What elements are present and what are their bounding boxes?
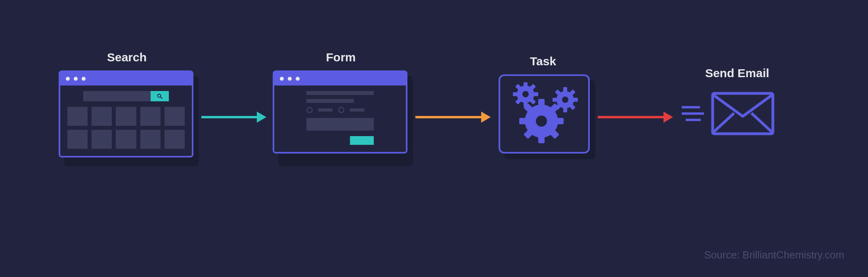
window-dot-icon xyxy=(280,77,284,81)
form-textarea-placeholder xyxy=(306,118,374,131)
send-email-icon-group xyxy=(682,92,774,135)
task-panel xyxy=(499,74,590,154)
arrow-search-to-form xyxy=(201,112,266,123)
form-line xyxy=(306,91,374,95)
radio-label-placeholder xyxy=(318,108,333,112)
result-tile xyxy=(92,130,112,149)
form-window xyxy=(273,70,407,154)
arrow-task-to-email xyxy=(598,112,673,123)
window-dot-icon xyxy=(288,77,292,81)
result-tile xyxy=(116,107,136,126)
result-tile xyxy=(140,130,161,149)
step-label-form: Form xyxy=(301,51,380,64)
search-window xyxy=(59,70,193,157)
svg-line-12 xyxy=(713,113,734,132)
search-button xyxy=(151,91,169,101)
magnifier-icon xyxy=(157,93,163,99)
arrow-form-to-task xyxy=(415,112,491,123)
svg-point-4 xyxy=(536,116,547,127)
result-tile xyxy=(140,107,161,126)
result-tile xyxy=(67,107,88,126)
result-tile xyxy=(67,130,88,149)
radio-icon xyxy=(306,107,313,113)
window-dot-icon xyxy=(82,77,86,81)
window-titlebar xyxy=(60,72,192,85)
radio-label-placeholder xyxy=(350,108,364,112)
motion-lines-icon xyxy=(682,106,704,121)
window-dot-icon xyxy=(66,77,70,81)
result-tile xyxy=(116,130,136,149)
svg-line-1 xyxy=(161,97,162,99)
source-credit: Source: BrilliantChemistry.com xyxy=(704,249,844,261)
result-tile xyxy=(92,107,112,126)
window-titlebar xyxy=(274,72,406,85)
step-label-email: Send Email xyxy=(686,66,789,80)
window-dot-icon xyxy=(74,77,78,81)
window-dot-icon xyxy=(296,77,300,81)
search-input-placeholder xyxy=(83,91,151,101)
radio-icon xyxy=(338,107,344,113)
svg-rect-6 xyxy=(524,82,528,87)
step-label-task: Task xyxy=(503,55,583,68)
svg-point-10 xyxy=(562,97,568,103)
gears-icon xyxy=(507,82,582,146)
svg-point-7 xyxy=(522,91,529,97)
form-radio-row xyxy=(306,107,374,113)
result-tile xyxy=(164,107,185,126)
form-submit-button xyxy=(350,136,374,145)
form-line xyxy=(306,99,354,103)
workflow-diagram: Search Form Task Send Email xyxy=(0,0,868,277)
svg-rect-3 xyxy=(538,99,545,107)
result-tile xyxy=(164,130,185,149)
results-grid xyxy=(67,107,185,149)
svg-rect-9 xyxy=(563,87,567,93)
step-label-search: Search xyxy=(87,51,166,64)
form-fields xyxy=(306,91,374,145)
svg-line-13 xyxy=(751,113,772,132)
envelope-icon xyxy=(711,92,774,135)
